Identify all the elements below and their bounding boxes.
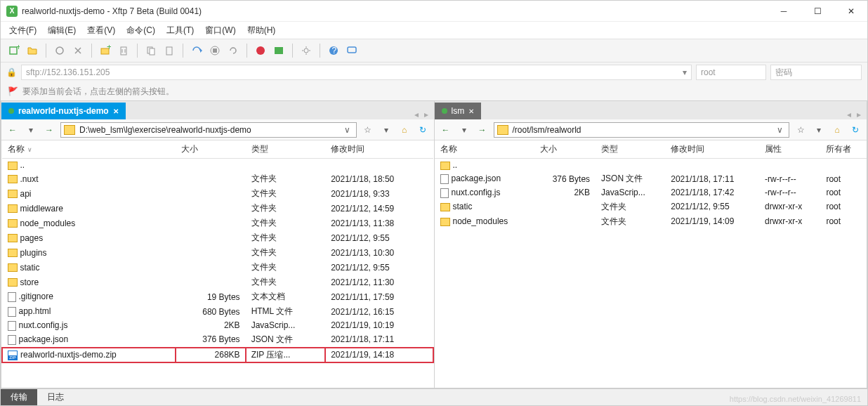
chat-icon[interactable] — [344, 43, 360, 58]
table-row[interactable]: .gitignore19 Bytes文本文档2021/1/11, 17:59 — [2, 289, 434, 304]
refresh-icon[interactable]: ↻ — [848, 123, 862, 137]
table-row[interactable]: api文件夹2021/1/18, 9:33 — [2, 186, 434, 201]
menu-help[interactable]: 帮助(H) — [247, 25, 276, 37]
reconnect-icon[interactable] — [52, 43, 67, 58]
svg-text:+: + — [107, 45, 111, 52]
table-row[interactable]: nuxt.config.js2KBJavaScrip...2021/1/18, … — [435, 186, 867, 199]
menu-window[interactable]: 窗口(W) — [205, 25, 235, 37]
table-row[interactable]: .nuxt文件夹2021/1/18, 18:50 — [2, 171, 434, 186]
folder-icon — [8, 175, 18, 183]
table-row[interactable]: package.json376 BytesJSON 文件2021/1/18, 1… — [2, 332, 434, 348]
table-row[interactable]: pages文件夹2021/1/12, 9:55 — [2, 230, 434, 245]
table-row[interactable]: realworld-nuxtjs-demo.zip268KBZIP 压缩...2… — [2, 347, 434, 362]
table-row[interactable]: .. — [435, 159, 867, 172]
table-row[interactable]: node_modules文件夹2021/1/19, 14:09drwxr-xr-… — [435, 214, 867, 229]
table-row[interactable]: .. — [2, 159, 434, 172]
col-modified[interactable]: 修改时间 — [325, 140, 433, 159]
menu-edit[interactable]: 编辑(E) — [48, 25, 76, 37]
close-button[interactable]: ✕ — [841, 4, 862, 18]
help-icon[interactable]: ? — [326, 43, 341, 58]
delete-icon[interactable] — [116, 43, 131, 58]
dropdown-icon[interactable]: ▾ — [683, 67, 687, 77]
col-size[interactable]: 大小 — [534, 140, 596, 159]
col-modified[interactable]: 修改时间 — [665, 140, 759, 159]
new-session-icon[interactable]: + — [6, 43, 22, 58]
dropdown-icon[interactable]: ∨ — [341, 125, 353, 135]
col-attrs[interactable]: 属性 — [759, 140, 820, 159]
remote-file-grid[interactable]: 名称 大小 类型 修改时间 属性 所有者 ..package.json376 B… — [435, 140, 867, 388]
remote-path-input[interactable]: /root/lsm/realworld ∨ — [494, 122, 790, 138]
tab-prev-icon[interactable]: ◂ — [847, 110, 851, 119]
tab-next-icon[interactable]: ▸ — [857, 110, 861, 119]
copy-icon[interactable] — [143, 43, 159, 58]
dropdown-icon[interactable]: ∨ — [774, 125, 786, 135]
file-icon — [8, 307, 16, 317]
dropdown-icon[interactable]: ▾ — [24, 123, 38, 137]
table-row[interactable]: store文件夹2021/1/12, 11:30 — [2, 275, 434, 289]
menu-file[interactable]: 文件(F) — [9, 25, 37, 37]
table-row[interactable]: middleware文件夹2021/1/12, 14:59 — [2, 201, 434, 216]
local-tab[interactable]: realworld-nuxtjs-demo ✕ — [1, 103, 126, 119]
back-icon[interactable]: ← — [6, 123, 20, 137]
sync-icon[interactable] — [189, 43, 204, 58]
separator — [91, 44, 92, 58]
stop-icon[interactable] — [207, 43, 223, 58]
address-input[interactable]: sftp://152.136.151.205▾ — [21, 65, 692, 80]
col-name[interactable]: 名称∨ — [2, 140, 176, 159]
close-tab-icon[interactable]: ✕ — [468, 107, 474, 115]
dropdown-icon[interactable]: ▾ — [812, 123, 826, 137]
paste-icon[interactable] — [162, 43, 177, 58]
status-tab-transfer[interactable]: 传输 — [1, 389, 37, 405]
maximize-button[interactable]: ☐ — [807, 4, 828, 18]
menubar: 文件(F) 编辑(E) 查看(V) 命令(C) 工具(T) 窗口(W) 帮助(H… — [1, 22, 867, 39]
forward-icon[interactable]: → — [475, 123, 489, 137]
table-row[interactable]: package.json376 BytesJSON 文件2021/1/18, 1… — [435, 171, 867, 186]
tab-prev-icon[interactable]: ◂ — [414, 110, 419, 119]
local-path-input[interactable]: D:\web_lsm\lg\exercise\realworld-nuxtjs-… — [60, 122, 357, 138]
star-icon[interactable]: ☆ — [361, 123, 375, 137]
hint-text: 要添加当前会话，点击左侧的箭头按钮。 — [22, 86, 174, 98]
table-row[interactable]: nuxt.config.js2KBJavaScrip...2021/1/19, … — [2, 319, 434, 332]
local-file-grid[interactable]: 名称∨ 大小 类型 修改时间 ...nuxt文件夹2021/1/18, 18:5… — [1, 140, 434, 388]
col-type[interactable]: 类型 — [246, 140, 326, 159]
password-input[interactable]: 密码 — [770, 65, 862, 80]
svg-point-2 — [56, 47, 63, 54]
menu-commands[interactable]: 命令(C) — [126, 25, 155, 37]
table-row[interactable]: node_modules文件夹2021/1/13, 11:38 — [2, 216, 434, 230]
separator — [183, 44, 183, 58]
refresh-icon[interactable] — [225, 43, 241, 58]
folder-icon — [497, 125, 508, 135]
table-row[interactable]: static文件夹2021/1/12, 9:55drwxr-xr-xroot — [435, 199, 867, 214]
terminal-icon[interactable] — [271, 43, 287, 58]
new-folder-icon[interactable]: + — [98, 43, 113, 58]
user-input[interactable]: root — [696, 65, 766, 80]
minimize-button[interactable]: ─ — [773, 4, 794, 18]
table-row[interactable]: static文件夹2021/1/12, 9:55 — [2, 260, 434, 275]
remote-tab[interactable]: lsm ✕ — [435, 103, 482, 119]
browser-icon[interactable] — [253, 43, 268, 58]
table-row[interactable]: app.html680 BytesHTML 文件2021/1/12, 16:15 — [2, 304, 434, 319]
settings-icon[interactable] — [298, 43, 314, 58]
table-row[interactable]: plugins文件夹2021/1/13, 10:30 — [2, 245, 434, 260]
home-icon[interactable]: ⌂ — [830, 123, 844, 137]
folder-icon — [8, 190, 18, 198]
col-owner[interactable]: 所有者 — [820, 140, 867, 159]
menu-view[interactable]: 查看(V) — [87, 25, 115, 37]
forward-icon[interactable]: → — [42, 123, 56, 137]
col-type[interactable]: 类型 — [596, 140, 665, 159]
dropdown-icon[interactable]: ▾ — [379, 123, 393, 137]
star-icon[interactable]: ☆ — [794, 123, 808, 137]
remote-path-text: /root/lsm/realworld — [513, 125, 775, 135]
open-folder-icon[interactable] — [25, 43, 40, 58]
dropdown-icon[interactable]: ▾ — [457, 123, 471, 137]
disconnect-icon[interactable] — [70, 43, 86, 58]
refresh-icon[interactable]: ↻ — [416, 123, 430, 137]
menu-tools[interactable]: 工具(T) — [166, 25, 194, 37]
col-name[interactable]: 名称 — [435, 140, 534, 159]
back-icon[interactable]: ← — [439, 123, 453, 137]
tab-next-icon[interactable]: ▸ — [424, 110, 428, 119]
col-size[interactable]: 大小 — [176, 140, 246, 159]
status-tab-log[interactable]: 日志 — [37, 389, 74, 405]
close-tab-icon[interactable]: ✕ — [113, 107, 119, 115]
home-icon[interactable]: ⌂ — [397, 123, 412, 137]
